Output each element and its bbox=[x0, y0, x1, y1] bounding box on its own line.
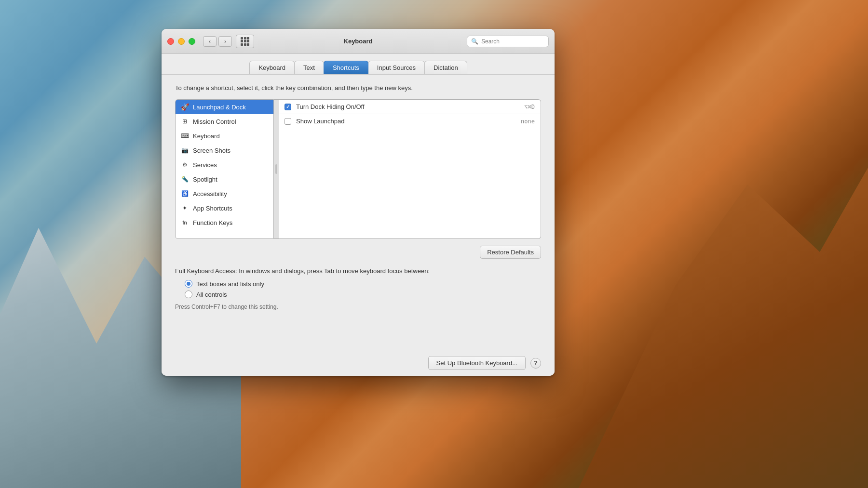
full-keyboard-access-section: Full Keyboard Access: In windows and dia… bbox=[175, 267, 541, 310]
sidebar-item-keyboard[interactable]: ⌨ Keyboard bbox=[176, 129, 273, 143]
launchpad-dock-icon: 🚀 bbox=[180, 103, 189, 111]
shortcut-checkbox-turn-dock-hiding[interactable]: ✓ bbox=[285, 104, 291, 110]
shortcut-row-show-launchpad: Show Launchpad none bbox=[279, 114, 541, 128]
tab-keyboard[interactable]: Keyboard bbox=[249, 61, 295, 74]
shortcut-name-show-launchpad: Show Launchpad bbox=[296, 118, 516, 125]
sidebar-item-spotlight[interactable]: 🔦 Spotlight bbox=[176, 172, 273, 186]
maximize-button[interactable] bbox=[189, 38, 195, 45]
sidebar-item-services[interactable]: ⚙ Services bbox=[176, 158, 273, 172]
radio-all-controls[interactable]: All controls bbox=[185, 289, 541, 300]
restore-defaults-button[interactable]: Restore Defaults bbox=[480, 246, 541, 259]
sidebar-item-launchpad-dock[interactable]: 🚀 Launchpad & Dock bbox=[176, 100, 273, 114]
services-icon: ⚙ bbox=[180, 160, 189, 169]
radio-circle-text-boxes bbox=[185, 280, 192, 288]
search-icon: 🔍 bbox=[471, 38, 478, 45]
tab-dictation[interactable]: Dictation bbox=[424, 61, 467, 74]
sidebar-item-launchpad-dock-label: Launchpad & Dock bbox=[193, 104, 246, 111]
sidebar-item-services-label: Services bbox=[193, 161, 217, 169]
tab-shortcuts[interactable]: Shortcuts bbox=[324, 61, 368, 74]
tabs-bar: Keyboard Text Shortcuts Input Sources Di… bbox=[162, 54, 555, 75]
screen-shots-icon: 📷 bbox=[180, 146, 189, 155]
mission-control-icon: ⊞ bbox=[180, 117, 189, 126]
minimize-button[interactable] bbox=[178, 38, 185, 45]
sidebar-item-mission-control-label: Mission Control bbox=[193, 118, 236, 125]
shortcut-name-turn-dock-hiding: Turn Dock Hiding On/Off bbox=[296, 103, 519, 110]
sidebar-item-keyboard-label: Keyboard bbox=[193, 132, 220, 140]
help-button[interactable]: ? bbox=[530, 358, 541, 369]
keyboard-preferences-window: ‹ › Keyboard 🔍 Keyboard Text Shortcuts I… bbox=[162, 29, 555, 376]
sidebar-item-accessibility-label: Accessibility bbox=[193, 190, 227, 198]
accessibility-icon: ♿ bbox=[180, 189, 189, 198]
forward-button[interactable]: › bbox=[218, 36, 232, 47]
sidebar-item-spotlight-label: Spotlight bbox=[193, 176, 217, 183]
instruction-text: To change a shortcut, select it, click t… bbox=[175, 84, 541, 92]
grid-icon bbox=[241, 37, 249, 46]
shortcuts-area: 🚀 Launchpad & Dock ⊞ Mission Control ⌨ K… bbox=[175, 99, 541, 239]
radio-text-boxes[interactable]: Text boxes and lists only bbox=[185, 278, 541, 289]
radio-all-controls-label: All controls bbox=[196, 291, 227, 298]
sidebar-item-function-keys[interactable]: fn Function Keys bbox=[176, 215, 273, 230]
search-box[interactable]: 🔍 bbox=[467, 36, 549, 47]
sidebar-item-app-shortcuts[interactable]: ✦ App Shortcuts bbox=[176, 201, 273, 215]
sidebar-item-screen-shots-label: Screen Shots bbox=[193, 147, 231, 154]
tab-text[interactable]: Text bbox=[294, 61, 324, 74]
setup-bluetooth-button[interactable]: Set Up Bluetooth Keyboard... bbox=[428, 356, 526, 370]
sidebar-item-screen-shots[interactable]: 📷 Screen Shots bbox=[176, 143, 273, 158]
window-title: Keyboard bbox=[344, 38, 373, 45]
traffic-lights bbox=[167, 38, 195, 45]
divider-bar bbox=[274, 99, 279, 239]
grid-button[interactable] bbox=[236, 35, 254, 48]
shortcut-checkbox-show-launchpad[interactable] bbox=[285, 118, 291, 125]
content-area: To change a shortcut, select it, click t… bbox=[162, 75, 555, 350]
sidebar-item-function-keys-label: Function Keys bbox=[193, 219, 232, 226]
sidebar-item-app-shortcuts-label: App Shortcuts bbox=[193, 205, 232, 212]
fka-label: Full Keyboard Access: In windows and dia… bbox=[175, 267, 541, 275]
bottom-row: Set Up Bluetooth Keyboard... ? bbox=[162, 350, 555, 376]
sidebar-item-accessibility[interactable]: ♿ Accessibility bbox=[176, 186, 273, 201]
radio-inner-text-boxes bbox=[187, 282, 190, 286]
nav-buttons: ‹ › bbox=[203, 36, 232, 47]
shortcut-keys-show-launchpad: none bbox=[521, 118, 535, 125]
divider-handle bbox=[275, 164, 277, 174]
shortcut-row-turn-dock-hiding: ✓ Turn Dock Hiding On/Off ⌥⌘D bbox=[279, 100, 541, 114]
control-tip: Press Control+F7 to change this setting. bbox=[175, 303, 541, 310]
back-button[interactable]: ‹ bbox=[203, 36, 217, 47]
shortcut-keys-turn-dock-hiding: ⌥⌘D bbox=[524, 104, 535, 110]
radio-text-boxes-label: Text boxes and lists only bbox=[196, 280, 264, 288]
spotlight-icon: 🔦 bbox=[180, 175, 189, 184]
shortcuts-list: ✓ Turn Dock Hiding On/Off ⌥⌘D Show Launc… bbox=[279, 99, 541, 239]
keyboard-icon: ⌨ bbox=[180, 132, 189, 140]
restore-defaults-row: Restore Defaults bbox=[175, 246, 541, 259]
radio-circle-all-controls bbox=[185, 290, 192, 298]
app-shortcuts-icon: ✦ bbox=[180, 204, 189, 212]
title-bar: ‹ › Keyboard 🔍 bbox=[162, 29, 555, 54]
sidebar-item-mission-control[interactable]: ⊞ Mission Control bbox=[176, 114, 273, 129]
checkmark-icon: ✓ bbox=[286, 105, 290, 109]
tab-input-sources[interactable]: Input Sources bbox=[368, 61, 425, 74]
sidebar-list: 🚀 Launchpad & Dock ⊞ Mission Control ⌨ K… bbox=[175, 99, 274, 239]
search-input[interactable] bbox=[481, 38, 539, 45]
close-button[interactable] bbox=[167, 38, 174, 45]
function-keys-icon: fn bbox=[180, 218, 189, 227]
